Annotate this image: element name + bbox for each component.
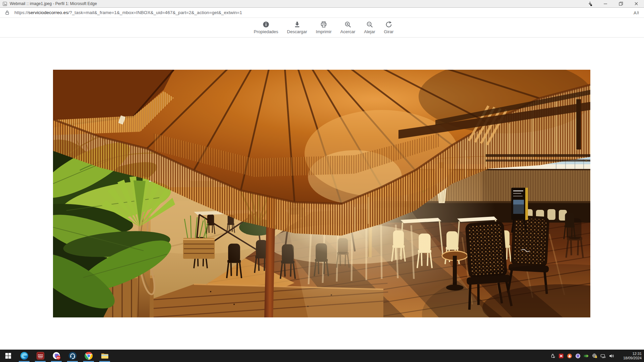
taskbar-clock[interactable]: 12:31 18/09/2024 <box>615 352 644 360</box>
page-content <box>0 38 644 350</box>
green-arrows-icon[interactable] <box>582 350 590 362</box>
taskbar-app-messages[interactable]: 9+ <box>48 350 64 362</box>
print-icon <box>320 21 327 28</box>
chrome-icon <box>85 352 93 360</box>
orange-app-icon[interactable] <box>565 350 574 362</box>
address-bar[interactable]: https://serviciodecorreo.es/?_task=mail&… <box>0 8 644 18</box>
edge-icon <box>20 352 29 360</box>
taskbar-app-avaya[interactable]: AVAYA <box>32 350 48 362</box>
maximize-button[interactable] <box>613 0 629 7</box>
read-aloud-button[interactable]: A <box>632 9 640 17</box>
windows-taskbar: AVAYA 9+ <box>0 350 644 362</box>
window-title: Webmail :: image1.jpeg - Perfil 1: Micro… <box>10 1 97 6</box>
browser-titlebar: Webmail :: image1.jpeg - Perfil 1: Micro… <box>0 0 644 8</box>
info-icon <box>262 21 270 28</box>
lock-icon[interactable] <box>5 10 10 15</box>
rotate-icon <box>385 21 392 28</box>
network-icon[interactable] <box>599 350 607 362</box>
zoom-out-icon <box>366 21 373 28</box>
beach-bar-photo <box>53 70 590 317</box>
zoom-in-button[interactable]: Acercar <box>340 21 355 34</box>
download-icon <box>293 21 301 28</box>
taskbar-app-file-explorer[interactable] <box>97 350 113 362</box>
image-viewer-toolbar: Propiedades Descargar Imprimir Acercar <box>0 18 644 38</box>
rotate-button[interactable]: Girar <box>384 21 394 34</box>
url-path: /?_task=mail&_frame=1&_mbox=INBOX&_uid=4… <box>68 10 242 15</box>
svg-text:A: A <box>634 10 637 15</box>
taskbar-app-chrome[interactable] <box>80 350 97 362</box>
zoom-out-button[interactable]: Alejar <box>364 21 375 34</box>
print-button[interactable]: Imprimir <box>316 21 332 34</box>
url-protocol: https:// <box>14 10 28 15</box>
toolbar-label: Alejar <box>364 29 375 34</box>
start-button[interactable] <box>0 350 16 362</box>
close-button[interactable] <box>629 0 644 7</box>
toolbar-label: Descargar <box>287 29 307 34</box>
toolbar-label: Acercar <box>340 29 355 34</box>
avaya-icon: AVAYA <box>36 352 45 360</box>
globe-lock-icon[interactable] <box>590 350 599 362</box>
clock-time: 12:31 <box>615 352 642 356</box>
red-x-icon[interactable] <box>557 350 565 362</box>
usb-eject-icon[interactable] <box>548 350 557 362</box>
windows-start-icon <box>5 353 11 359</box>
file-explorer-icon <box>101 352 109 360</box>
toolbar-label: Propiedades <box>254 29 278 34</box>
minimize-button[interactable] <box>598 0 613 7</box>
zoom-in-icon <box>344 21 352 28</box>
toolbar-label: Imprimir <box>316 29 332 34</box>
taskbar-app-edge[interactable] <box>16 350 32 362</box>
svg-text:9+: 9+ <box>57 356 60 359</box>
url-text[interactable]: https://serviciodecorreo.es/?_task=mail&… <box>14 10 242 15</box>
url-domain: serviciodecorreo.es <box>28 10 68 15</box>
download-button[interactable]: Descargar <box>287 21 307 34</box>
purple-messages-icon: 9+ <box>52 352 61 360</box>
photo-illustration <box>53 70 590 317</box>
purple-shield-icon[interactable] <box>574 350 582 362</box>
taskbar-app-headset[interactable] <box>64 350 80 362</box>
downloads-button[interactable] <box>582 0 598 7</box>
properties-button[interactable]: Propiedades <box>254 21 278 34</box>
svg-text:AVAYA: AVAYA <box>38 354 43 356</box>
clock-date: 18/09/2024 <box>615 356 642 360</box>
page-favicon-icon <box>3 2 7 6</box>
headset-icon <box>68 352 77 360</box>
volume-icon[interactable] <box>607 350 615 362</box>
toolbar-label: Girar <box>384 29 394 34</box>
